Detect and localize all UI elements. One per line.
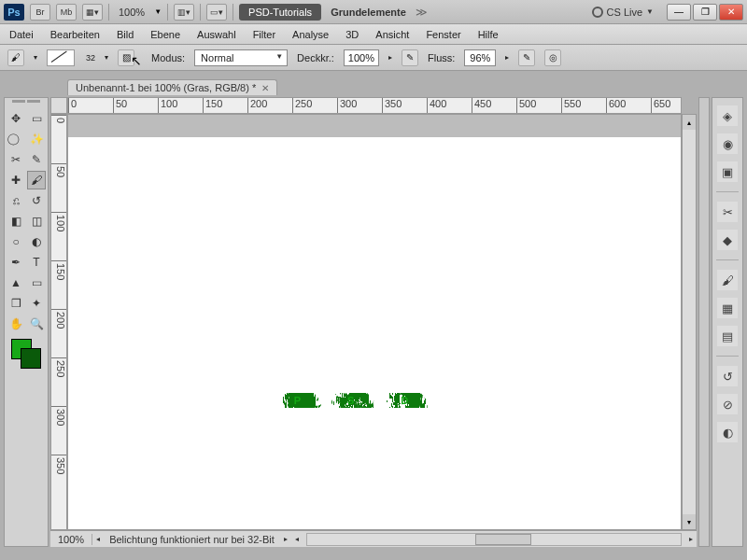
hscroll-right[interactable]: ▸ — [685, 535, 697, 543]
zoom-tool[interactable]: 🔍 — [27, 315, 46, 333]
view-extras-button[interactable]: ▦▾ — [82, 4, 103, 21]
pen-tool[interactable]: ✒ — [7, 253, 25, 272]
cs-live[interactable]: CS Live▼ — [592, 7, 654, 18]
menu-filter[interactable]: Filter — [253, 29, 275, 40]
dodge-tool[interactable]: ◐ — [27, 232, 46, 251]
flow-label: Fluss: — [428, 52, 455, 63]
window-close-button[interactable]: ✕ — [719, 4, 743, 21]
canvas[interactable]: PSD PSD — [67, 114, 682, 530]
panel-collapse-strip[interactable] — [698, 97, 710, 547]
ruler-origin[interactable] — [50, 97, 67, 114]
status-message: Belichtung funktioniert nur bei 32-Bit — [104, 534, 280, 545]
close-tab-icon[interactable]: ✕ — [261, 83, 269, 93]
modus-label: Modus: — [151, 52, 185, 63]
hscroll-left[interactable]: ◂ — [291, 535, 303, 543]
gradient-tool[interactable]: ◫ — [27, 212, 46, 231]
clone-stamp-tool[interactable]: ⎌ — [7, 191, 25, 210]
tool-preset-icon[interactable]: 🖌 — [7, 49, 24, 66]
status-arrow-left[interactable]: ◂ — [92, 535, 104, 543]
adjustments-panel-icon[interactable]: ✂ — [717, 202, 738, 222]
document-title: Unbenannt-1 bei 100% (Gras, RGB/8) * — [76, 82, 256, 93]
minibridge-button[interactable]: Mb — [56, 4, 77, 21]
type-tool[interactable]: T — [27, 253, 46, 272]
menu-bar: Datei Bearbeiten Bild Ebene Auswahl Filt… — [0, 24, 747, 45]
path-select-tool[interactable]: ▲ — [7, 273, 25, 292]
status-zoom[interactable]: 100% — [50, 534, 92, 545]
airbrush-icon[interactable]: ✎ — [518, 49, 535, 66]
move-tool[interactable]: ✥ — [7, 109, 25, 128]
blur-tool[interactable]: ○ — [7, 232, 25, 251]
scrollbar-thumb[interactable] — [475, 534, 531, 545]
crop-tool[interactable]: ✂ — [7, 150, 25, 169]
canvas-artwork: PSD PSD — [68, 115, 681, 529]
menu-hilfe[interactable]: Hilfe — [478, 29, 499, 40]
menu-ansicht[interactable]: Ansicht — [375, 29, 409, 40]
brush-size: 32 — [86, 53, 95, 63]
blend-mode-select[interactable]: Normal — [194, 49, 288, 66]
hand-tool[interactable]: ✋ — [7, 315, 25, 333]
panel-grip[interactable] — [7, 100, 45, 107]
healing-brush-tool[interactable]: ✚ — [7, 171, 25, 189]
ruler-horizontal[interactable]: 050100150200250300350400450500550600650 — [67, 97, 682, 114]
menu-bearbeiten[interactable]: Bearbeiten — [50, 29, 100, 40]
scrollbar-vertical[interactable]: ▴ ▾ — [682, 114, 697, 530]
opacity-label: Deckkr.: — [297, 52, 334, 63]
color-swatches[interactable] — [9, 339, 43, 369]
marquee-tool[interactable]: ▭ — [27, 109, 46, 128]
flow-value[interactable]: 96% — [464, 49, 496, 66]
workspace-more-icon[interactable]: ≫ — [416, 6, 428, 19]
opacity-value[interactable]: 100% — [344, 49, 379, 66]
document-tab[interactable]: Unbenannt-1 bei 100% (Gras, RGB/8) * ✕ — [67, 79, 277, 95]
info-panel-icon[interactable]: ◐ — [717, 422, 738, 442]
scrollbar-horizontal[interactable] — [306, 533, 682, 546]
menu-analyse[interactable]: Analyse — [292, 29, 329, 40]
menu-fenster[interactable]: Fenster — [426, 29, 460, 40]
channels-panel-icon[interactable]: ◉ — [717, 133, 738, 154]
actions-panel-icon[interactable]: ⊘ — [717, 394, 738, 414]
cslive-icon — [592, 7, 603, 18]
options-bar: 🖌▾ 32▾ ▨ ↖ Modus: Normal Deckkr.: 100%▸ … — [0, 45, 747, 71]
shape-tool[interactable]: ▭ — [27, 273, 46, 292]
document-tabs: Unbenannt-1 bei 100% (Gras, RGB/8) * ✕ — [0, 77, 747, 95]
scroll-up-icon[interactable]: ▴ — [683, 115, 696, 130]
3d-tool[interactable]: ❒ — [7, 294, 25, 313]
brush-panel-toggle[interactable]: ▨ — [118, 49, 134, 66]
window-maximize-button[interactable]: ❐ — [693, 4, 717, 21]
ruler-vertical[interactable]: 050100150200250300350 — [50, 114, 67, 530]
tablet-opacity-icon[interactable]: ✎ — [402, 49, 418, 66]
menu-bild[interactable]: Bild — [117, 29, 134, 40]
history-panel-icon[interactable]: ↺ — [717, 366, 738, 386]
screen-mode-button[interactable]: ▭▾ — [206, 4, 227, 21]
window-minimize-button[interactable]: — — [667, 4, 691, 21]
bridge-button[interactable]: Br — [30, 4, 50, 21]
menu-datei[interactable]: Datei — [9, 29, 34, 40]
workspace-name[interactable]: Grundelemente — [327, 7, 410, 18]
eraser-tool[interactable]: ◧ — [7, 212, 25, 231]
3d-camera-tool[interactable]: ✦ — [27, 294, 46, 313]
styles-panel-icon[interactable]: ◆ — [717, 230, 738, 250]
layers-panel-icon[interactable]: ◈ — [717, 105, 738, 126]
workspace-button[interactable]: PSD-Tutorials — [239, 4, 321, 21]
app-titlebar: Ps Br Mb ▦▾ 100%▼ ▥▾ ▭▾ PSD-Tutorials Gr… — [0, 0, 747, 24]
status-bar: 100% ◂ Belichtung funktioniert nur bei 3… — [50, 530, 697, 547]
arrange-documents-button[interactable]: ▥▾ — [174, 4, 194, 21]
clone-panel-icon[interactable]: ▦ — [717, 298, 738, 318]
tablet-size-icon[interactable]: ◎ — [544, 49, 561, 66]
eyedropper-tool[interactable]: ✎ — [27, 150, 46, 169]
scroll-down-icon[interactable]: ▾ — [683, 514, 696, 529]
brush-preview[interactable] — [47, 49, 75, 66]
menu-auswahl[interactable]: Auswahl — [197, 29, 236, 40]
paths-panel-icon[interactable]: ▣ — [717, 161, 738, 182]
swatches-panel-icon[interactable]: ▤ — [717, 326, 738, 346]
menu-3d[interactable]: 3D — [345, 29, 359, 40]
brush-panel-icon[interactable]: 🖌 — [717, 270, 738, 290]
lasso-tool[interactable]: ⃝ — [7, 130, 25, 148]
tools-panel: ✥ ▭ ⃝ ✨ ✂ ✎ ✚ 🖌 ⎌ ↺ ◧ ◫ ○ ◐ ✒ T ▲ ▭ ❒ ✦ … — [4, 97, 49, 547]
zoom-level[interactable]: 100% — [115, 7, 148, 18]
menu-ebene[interactable]: Ebene — [150, 29, 180, 40]
magic-wand-tool[interactable]: ✨ — [27, 130, 46, 148]
history-brush-tool[interactable]: ↺ — [27, 191, 46, 210]
brush-tool[interactable]: 🖌 — [27, 171, 46, 189]
background-color[interactable] — [21, 348, 41, 369]
status-arrow-right[interactable]: ▸ — [280, 535, 291, 543]
